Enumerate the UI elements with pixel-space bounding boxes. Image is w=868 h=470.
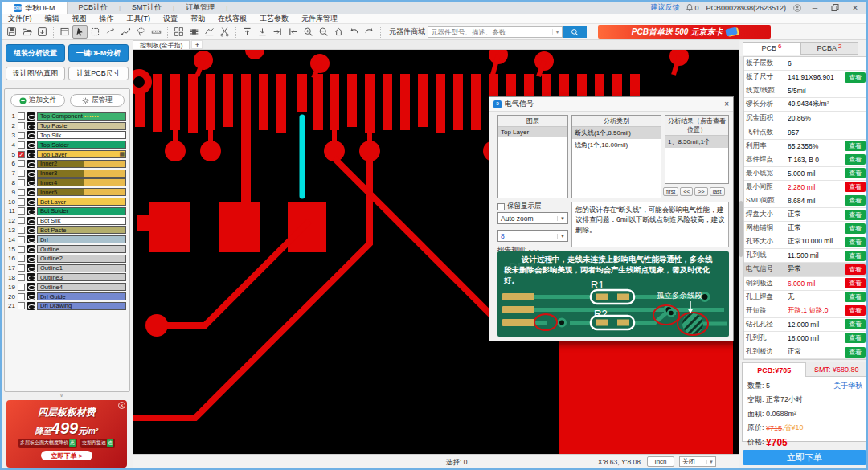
menu-item[interactable]: 文件(F) [2,14,39,24]
visibility-eye-icon[interactable] [27,245,35,253]
visibility-eye-icon[interactable] [27,122,35,130]
visibility-eye-icon[interactable] [27,207,35,215]
layer-row[interactable]: 2 ✓ Top Paste [6,121,128,131]
select-cursor-icon[interactable] [72,25,88,39]
analysis-row[interactable]: 电气信号 异常 查看 [744,263,867,276]
analysis-row[interactable]: 开短路 开路:1 短路:0 查看 [744,304,867,318]
visibility-eye-icon[interactable] [27,131,35,139]
visibility-eye-icon[interactable] [27,226,35,234]
visibility-eye-icon[interactable] [27,255,35,263]
layer-mgmt-button[interactable]: 层管理 [70,94,125,107]
ad-order-button[interactable]: 立即下单 > [41,451,92,460]
route-measure-icon[interactable] [118,25,133,39]
analysis-row[interactable]: SMD间距 8.684 mil 查看 [744,194,867,208]
visibility-eye-icon[interactable] [27,217,35,225]
price-tab-pcb[interactable]: PCB:¥705 [743,362,806,377]
layer-checkbox[interactable]: ✓ [18,160,25,167]
price-tab-smt[interactable]: SMT: ¥680.80 [806,362,868,377]
lasso-select-icon[interactable] [133,25,149,39]
layer-pick-select[interactable]: 8 ▼ [497,230,568,242]
analysis-row[interactable]: 焊盘大小 正常 查看 [744,208,867,222]
view-button[interactable]: 查看 [845,210,866,220]
layer-color-band[interactable]: Inner4 [37,178,126,186]
layer-checkbox[interactable]: ✓ [18,255,25,262]
layer-row[interactable]: 14 ✓ Drl [6,235,128,244]
restore-button[interactable] [829,4,841,11]
save-icon[interactable] [4,25,19,39]
view-button[interactable]: 查看 [845,182,866,192]
export-icon[interactable] [35,25,50,39]
analysis-row[interactable]: 板子层数 6 [744,57,867,71]
layer-row[interactable]: 4 ✓ Top Solder [6,140,128,149]
view-button[interactable]: 查看 [845,141,866,151]
category-item[interactable]: 断头线(1个,8.50mil) [572,127,661,139]
menu-item[interactable]: 工艺参数 [253,14,295,24]
layer-row[interactable]: 6 ✓ Inner2 [6,159,128,169]
layer-checkbox[interactable]: ✓ [18,284,25,291]
layer-checkbox[interactable]: ✓ [18,132,25,139]
zoom-out-icon[interactable] [316,25,331,39]
collapse-chevron-icon[interactable]: ∨ [59,392,63,398]
layer-row[interactable]: 3 ✓ Top Silk [6,131,128,141]
analysis-row[interactable]: 孔到孔 18.000 mil 查看 [744,332,867,345]
menu-item[interactable]: 工具(T) [121,14,158,24]
analysis-row[interactable]: 最小线宽 5.000 mil 查看 [744,167,867,181]
open-icon[interactable] [19,25,35,39]
layer-color-band[interactable]: Top Component •••••• [37,112,126,121]
visibility-eye-icon[interactable] [27,273,35,281]
menu-item[interactable]: 元件库管理 [295,14,344,24]
view-button[interactable]: 查看 [845,292,866,302]
visibility-eye-icon[interactable] [27,188,35,196]
search-button[interactable] [563,26,587,38]
layer-row[interactable]: 19 ✓ Outline4 [6,282,128,292]
layer-color-band[interactable]: Bot Silk [37,217,126,225]
app-tab-pcb-quote[interactable]: PCB计价 [68,2,120,14]
layer-row[interactable]: 16 ✓ Outline2 [6,254,128,264]
analysis-row[interactable]: 铜到板边 6.000 mil 查看 [744,277,867,291]
analysis-row[interactable]: 沉金面积 20.86% [744,112,867,125]
menu-item[interactable]: 在线客服 [211,14,253,24]
ad-close-icon[interactable]: × [118,402,125,409]
category-item[interactable]: 锐角(1个,18.00mil) [572,139,661,151]
menu-item[interactable]: 操作 [93,14,121,24]
marquee-select-icon[interactable] [88,25,103,39]
analysis-row[interactable]: 飞针点数 957 [744,125,867,139]
cut-icon[interactable] [217,25,232,39]
menu-item[interactable]: 帮助 [184,14,211,24]
promo-ad-card[interactable]: × 四层板板材费 降至499元/m² 多层板全面大幅度降价惠 交期再提速速 立即… [6,400,127,468]
visibility-eye-icon[interactable] [27,150,35,158]
align-bottom-icon[interactable] [255,25,270,39]
document-tab[interactable]: 控制板(金手指) [133,40,190,49]
menu-item[interactable]: 视图 [66,14,93,24]
visibility-eye-icon[interactable] [27,283,35,291]
visibility-eye-icon[interactable] [27,112,35,121]
view-button[interactable]: 查看 [845,72,866,83]
ruler-icon[interactable] [149,25,164,39]
layer-color-band[interactable]: Outline4 [37,283,126,291]
layer-color-band[interactable]: Drl Drawing [37,302,126,310]
fit-home-icon[interactable] [331,25,346,39]
analysis-row[interactable]: 孔上焊盘 无 查看 [744,291,867,304]
dialog-title-bar[interactable]: D 电气信号 × [489,97,733,112]
result-item[interactable]: 1、8.50mil,1个 [665,136,728,148]
view-button[interactable]: 查看 [845,195,866,206]
layer-checkbox[interactable]: ✓ [18,141,25,149]
analysis-row[interactable]: 孔环大小 正常10.000 mil 查看 [744,235,867,249]
pager-first-button[interactable]: first [663,187,678,196]
analysis-row[interactable]: 孔到板边 正常 查看 [744,345,867,359]
layer-checkbox[interactable]: ✓ [18,302,25,309]
design-simulation-button[interactable]: 设计图/仿真图 [6,67,65,80]
layer-row[interactable]: 9 ✓ Inner5 [6,187,128,197]
layer-checkbox[interactable]: ✓ [18,122,25,129]
visibility-eye-icon[interactable] [27,178,35,186]
layer-checkbox[interactable]: ✓ [18,179,25,186]
layer-color-band[interactable]: Top Silk [37,131,126,139]
pager-prev-button[interactable]: << [680,187,693,196]
analysis-row[interactable]: 线宽/线距 5/5mil [744,84,867,98]
visibility-eye-icon[interactable] [27,198,35,206]
layer-checkbox[interactable]: ✓ [18,227,25,234]
layer-color-band[interactable]: Bot Solder [37,207,126,215]
layer-row[interactable]: 10 ✓ Bot Layer [6,197,128,206]
assembly-analysis-settings-button[interactable]: 组装分析设置 [6,44,65,62]
scrollbar-thumb[interactable] [739,201,743,257]
